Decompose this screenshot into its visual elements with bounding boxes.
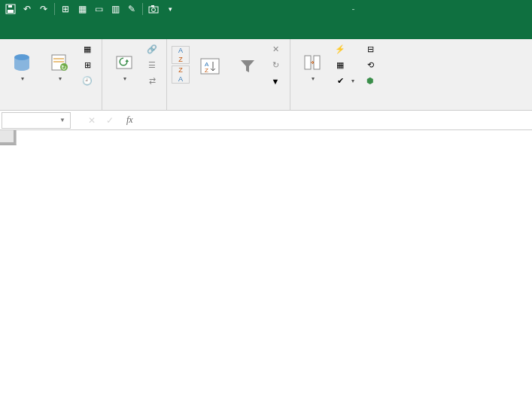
recent-sources-icon: 🕘 (82, 76, 93, 87)
undo-icon[interactable]: ↶ (20, 2, 35, 17)
filter-button[interactable] (230, 41, 265, 93)
window-title: - (178, 4, 529, 14)
ribbon-group-data-tools: ⚡ ▦ ✔ ⊟ ⟲ ⬢ (290, 39, 382, 110)
group-label (172, 107, 285, 108)
text-to-columns-button[interactable] (295, 41, 330, 93)
save-icon[interactable] (3, 2, 18, 17)
formula-input[interactable] (133, 112, 532, 129)
chevron-down-icon: ▼ (59, 117, 65, 123)
properties-button: ☰ (144, 57, 162, 73)
text-to-cols-icon (301, 51, 324, 74)
get-external-data-button[interactable] (5, 41, 39, 93)
ribbon-group-sort-filter: AZ ZA AZ ✕ ↻ ▼ (167, 39, 290, 110)
svg-rect-8 (53, 58, 64, 59)
validation-icon: ✔ (335, 76, 345, 87)
quick-access-toolbar: ↶ ↷ ⊞ ▦ ▭ ▥ ✎ ▾ (3, 2, 178, 17)
consolidate-button[interactable]: ⊟ (363, 41, 378, 57)
name-box[interactable]: ▼ (2, 112, 71, 129)
redo-icon[interactable]: ↷ (36, 2, 51, 17)
formula-bar: ▼ ✕ ✓ fx (0, 111, 532, 130)
flash-fill-icon: ⚡ (335, 44, 345, 55)
remove-duplicates-button[interactable]: ▦ (333, 57, 357, 73)
svg-rect-1 (8, 10, 14, 13)
ribbon: ↻ ▦ ⊞ 🕘 🔗 ☰ ⇄ (0, 39, 532, 111)
new-query-icon: ↻ (48, 51, 71, 74)
refresh-icon (113, 51, 135, 74)
qat-icon-2[interactable]: ▦ (74, 2, 90, 17)
qat-icon-4[interactable]: ▥ (108, 2, 123, 17)
qat-icon-1[interactable]: ⊞ (58, 2, 73, 17)
spreadsheet-grid (0, 130, 532, 405)
qat-icon-3[interactable]: ▭ (91, 2, 106, 17)
svg-text:Z: Z (205, 67, 208, 74)
connections-button[interactable]: 🔗 (144, 41, 162, 57)
sort-desc-button[interactable]: ZA (172, 65, 190, 84)
group-label (5, 107, 97, 108)
svg-rect-13 (201, 59, 219, 74)
recent-sources-button[interactable]: 🕘 (80, 73, 97, 89)
manage-model-button[interactable]: ⬢ (363, 73, 378, 89)
clear-filter-button: ✕ (268, 41, 285, 57)
ribbon-group-get-transform: ↻ ▦ ⊞ 🕘 (0, 39, 102, 110)
show-queries-button[interactable]: ▦ (80, 41, 97, 57)
filter-icon (236, 55, 259, 78)
cancel-formula-button: ✕ (86, 115, 98, 126)
svg-rect-5 (151, 5, 154, 7)
reapply-icon: ↻ (270, 60, 281, 71)
ribbon-tabs (0, 18, 532, 39)
from-table-button[interactable]: ⊞ (80, 57, 97, 73)
reapply-button: ↻ (268, 57, 285, 73)
cells-area[interactable] (17, 145, 532, 405)
row-headers (0, 145, 17, 405)
sort-icon: AZ (199, 55, 221, 78)
sort-asc-button[interactable]: AZ (172, 46, 190, 64)
new-query-button[interactable]: ↻ (42, 41, 77, 93)
properties-icon: ☰ (147, 60, 157, 71)
edit-links-button: ⇄ (144, 73, 162, 89)
svg-rect-12 (117, 56, 132, 69)
connection-icon: 🔗 (147, 44, 157, 55)
ribbon-group-connections: 🔗 ☰ ⇄ (102, 39, 167, 110)
refresh-all-button[interactable] (107, 41, 141, 93)
advanced-filter-button[interactable]: ▼ (268, 73, 285, 89)
svg-rect-2 (8, 5, 12, 8)
select-all-corner[interactable] (0, 130, 17, 145)
svg-text:↻: ↻ (61, 64, 67, 72)
data-validation-button[interactable]: ✔ (333, 73, 357, 89)
from-table-icon: ⊞ (82, 60, 93, 71)
qat-icon-5[interactable]: ✎ (124, 2, 139, 17)
camera-icon[interactable] (146, 2, 161, 17)
relationships-icon: ⟲ (365, 60, 375, 71)
title-bar: ↶ ↷ ⊞ ▦ ▭ ▥ ✎ ▾ - (0, 0, 532, 18)
svg-rect-9 (53, 61, 64, 62)
edit-links-icon: ⇄ (147, 76, 157, 87)
model-icon: ⬢ (365, 76, 375, 87)
svg-rect-17 (314, 56, 320, 69)
svg-rect-16 (305, 56, 311, 69)
relationships-button[interactable]: ⟲ (363, 57, 378, 73)
advanced-icon: ▼ (270, 76, 281, 87)
fx-icon[interactable]: fx (126, 114, 133, 126)
remove-dup-icon: ▦ (335, 60, 345, 71)
group-label (107, 107, 162, 108)
svg-point-4 (152, 8, 156, 12)
sort-button[interactable]: AZ (193, 41, 227, 93)
flash-fill-button[interactable]: ⚡ (333, 41, 357, 57)
qat-more[interactable]: ▾ (163, 2, 178, 17)
confirm-formula-button: ✓ (104, 115, 116, 126)
consolidate-icon: ⊟ (365, 44, 375, 55)
show-queries-icon: ▦ (82, 44, 93, 55)
clear-icon: ✕ (270, 44, 281, 55)
group-label (295, 107, 378, 108)
database-icon (11, 51, 33, 74)
